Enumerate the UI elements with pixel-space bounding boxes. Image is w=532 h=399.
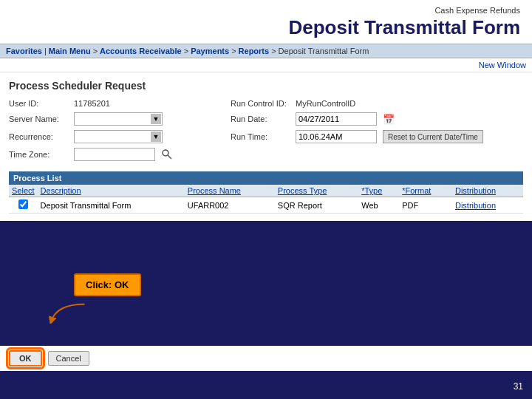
col-distribution[interactable]: Distribution — [452, 185, 523, 197]
user-id-label: User ID: — [9, 99, 68, 108]
table-row: Deposit Transmittal Form UFARR002 SQR Re… — [9, 197, 523, 214]
time-zone-row: Time Zone: — [9, 148, 216, 161]
run-time-label: Run Time: — [231, 132, 290, 141]
cancel-button[interactable]: Cancel — [48, 351, 89, 366]
row-distribution[interactable]: Distribution — [452, 197, 523, 214]
row-type: Web — [358, 197, 399, 214]
run-control-value: MyRunControlID — [296, 99, 355, 108]
col-description[interactable]: Description — [38, 185, 185, 197]
breadcrumb-sep1: | — [44, 47, 47, 55]
time-zone-label: Time Zone: — [9, 150, 68, 159]
col-select: Select — [9, 185, 38, 197]
recurrence-select-wrapper: ▼ — [74, 130, 163, 143]
server-name-select[interactable] — [74, 112, 163, 126]
run-control-label: Run Control ID: — [231, 99, 290, 108]
server-name-label: Server Name: — [9, 115, 68, 123]
row-description: Deposit Transmittal Form — [38, 197, 185, 214]
form-area: User ID: 11785201 Server Name: ▼ Recurre… — [9, 99, 523, 166]
magnify-icon[interactable] — [161, 149, 173, 160]
row-process-name: UFARR002 — [185, 197, 275, 214]
row-format: PDF — [399, 197, 452, 214]
run-time-row: Run Time: Reset to Current Date/Time — [231, 130, 523, 143]
breadcrumb-payments[interactable]: Payments — [191, 47, 229, 55]
header: Cash Expense Refunds Deposit Transmittal… — [0, 0, 532, 44]
callout-arrow — [46, 301, 90, 324]
breadcrumb-ar[interactable]: Accounts Receivable — [100, 47, 182, 55]
breadcrumb-reports[interactable]: Reports — [239, 47, 270, 55]
new-window-link[interactable]: New Window — [479, 61, 526, 69]
main-content: Process Scheduler Request User ID: 11785… — [0, 72, 532, 221]
row-process-type: SQR Report — [275, 197, 358, 214]
recurrence-select[interactable] — [74, 130, 163, 143]
run-date-label: Run Date: — [231, 115, 290, 123]
row-select-cell[interactable] — [9, 197, 38, 214]
breadcrumb-sep4: > — [231, 47, 236, 55]
form-left-col: User ID: 11785201 Server Name: ▼ Recurre… — [9, 99, 216, 166]
calendar-icon[interactable]: 📅 — [383, 114, 395, 125]
col-type[interactable]: *Type — [358, 185, 399, 197]
page-number: 31 — [514, 381, 523, 392]
svg-line-1 — [168, 155, 171, 159]
col-process-name[interactable]: Process Name — [185, 185, 275, 197]
col-format[interactable]: *Format — [399, 185, 452, 197]
breadcrumb-current: Deposit Transmittal Form — [279, 47, 369, 55]
breadcrumb-favorites[interactable]: Favorites — [6, 47, 42, 55]
distribution-link[interactable]: Distribution — [455, 201, 496, 210]
header-title: Deposit Transmittal Form — [12, 16, 520, 39]
breadcrumb: Favorites | Main Menu > Accounts Receiva… — [0, 44, 532, 58]
user-id-value: 11785201 — [74, 99, 110, 108]
run-date-row: Run Date: 📅 — [231, 112, 523, 126]
bottom-bar: OK Cancel — [0, 346, 532, 371]
callout-box: Click: OK — [74, 273, 141, 296]
breadcrumb-main-menu[interactable]: Main Menu — [49, 47, 91, 55]
run-date-input[interactable] — [296, 112, 377, 126]
time-zone-input[interactable] — [74, 148, 155, 161]
recurrence-row: Recurrence: ▼ — [9, 130, 216, 143]
table-header-row: Select Description Process Name Process … — [9, 185, 523, 197]
recurrence-label: Recurrence: — [9, 132, 68, 141]
run-control-row: Run Control ID: MyRunControlID — [231, 99, 523, 108]
breadcrumb-sep5: > — [271, 47, 276, 55]
process-table: Select Description Process Name Process … — [9, 185, 523, 214]
breadcrumb-sep2: > — [93, 47, 98, 55]
header-subtitle: Cash Expense Refunds — [12, 6, 520, 15]
form-right-col: Run Control ID: MyRunControlID Run Date:… — [231, 99, 523, 166]
section-title: Process Scheduler Request — [9, 80, 523, 92]
server-name-select-wrapper: ▼ — [74, 112, 163, 126]
process-list-header: Process List — [9, 171, 523, 185]
server-name-row: Server Name: ▼ — [9, 112, 216, 126]
breadcrumb-sep3: > — [184, 47, 188, 55]
callout-text: Click: OK — [86, 279, 129, 290]
reset-date-time-button[interactable]: Reset to Current Date/Time — [383, 130, 483, 143]
run-time-input[interactable] — [296, 130, 377, 143]
svg-point-0 — [163, 150, 168, 156]
new-window-bar: New Window — [0, 58, 532, 72]
ok-button[interactable]: OK — [9, 350, 42, 366]
user-id-row: User ID: 11785201 — [9, 99, 216, 108]
col-process-type[interactable]: Process Type — [275, 185, 358, 197]
row-checkbox[interactable] — [18, 200, 28, 209]
